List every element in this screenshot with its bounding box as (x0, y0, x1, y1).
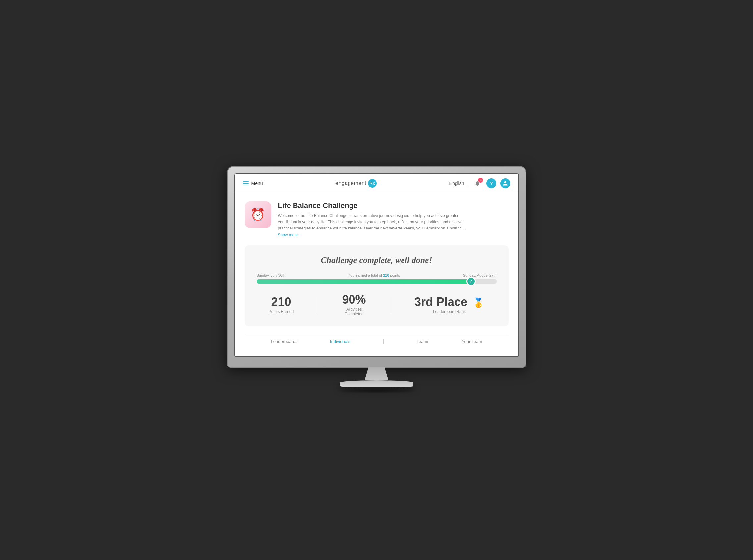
stat-divider-1 (318, 297, 318, 313)
header-center: engagement Rx (335, 179, 377, 188)
challenge-icon-emoji: ⏰ (251, 208, 265, 222)
monitor-base (340, 380, 413, 387)
monitor-neck (363, 367, 390, 380)
menu-icon[interactable] (243, 181, 249, 185)
challenge-header: ⏰ Life Balance Challenge Welcome to the … (245, 201, 509, 238)
rank-value: 3rd Place 🥇 (414, 296, 484, 308)
menu-label[interactable]: Menu (252, 181, 263, 186)
monitor-bezel: Menu engagement Rx English 3 (227, 166, 526, 367)
monitor-screen: Menu engagement Rx English 3 (234, 173, 519, 357)
stat-activities: 90% ActivitiesCompleted (342, 294, 366, 316)
notification-badge: 3 (478, 178, 483, 183)
help-button[interactable]: ? (486, 179, 496, 188)
leaderboards-label: Leaderboards (271, 339, 297, 344)
header-divider (468, 180, 469, 187)
progress-center-label: You earned a total of 210 points (349, 273, 400, 277)
stat-points: 210 Points Earned (269, 296, 294, 314)
progress-bar-fill: ✓ (257, 279, 473, 284)
progress-checkmark: ✓ (467, 277, 476, 286)
activities-label: ActivitiesCompleted (342, 307, 366, 316)
points-label: Points Earned (269, 309, 294, 314)
stat-rank: 3rd Place 🥇 Leaderboard Rank (414, 296, 484, 314)
rank-label: Leaderboard Rank (414, 309, 484, 314)
header-left: Menu (243, 181, 263, 186)
challenge-title: Life Balance Challenge (278, 201, 509, 210)
leaderboard-bar: Leaderboards Individuals | Teams Your Te… (245, 334, 509, 348)
start-date: Sunday, July 30th (257, 273, 285, 277)
progress-labels: Sunday, July 30th You earned a total of … (257, 273, 497, 277)
header-right: English 3 ? (449, 179, 511, 188)
end-date: Sunday, August 27th (463, 273, 497, 277)
show-more-link[interactable]: Show more (278, 233, 509, 237)
challenge-icon: ⏰ (245, 201, 271, 228)
notification-button[interactable]: 3 (472, 179, 482, 188)
monitor-base-shadow (334, 389, 420, 394)
question-icon: ? (490, 181, 493, 186)
app-content: ⏰ Life Balance Challenge Welcome to the … (235, 194, 518, 357)
activities-value: 90% (342, 294, 366, 306)
progress-bar-container: ✓ (257, 279, 497, 284)
points-value: 210 (269, 296, 294, 308)
app-header: Menu engagement Rx English 3 (235, 174, 518, 194)
teams-tab[interactable]: Teams (417, 339, 429, 344)
logo: engagement Rx (335, 179, 377, 188)
person-icon (502, 181, 508, 186)
logo-rx: Rx (368, 179, 377, 188)
your-team-label[interactable]: Your Team (462, 339, 482, 344)
stats-row: 210 Points Earned 90% ActivitiesComplete… (257, 294, 497, 316)
language-selector[interactable]: English (449, 181, 464, 186)
lb-divider: | (383, 338, 384, 344)
medal-icon: 🥇 (473, 298, 484, 308)
user-button[interactable] (500, 179, 510, 188)
progress-area: Sunday, July 30th You earned a total of … (257, 273, 497, 284)
completion-section: Challenge complete, well done! Sunday, J… (245, 245, 509, 326)
challenge-info: Life Balance Challenge Welcome to the Li… (278, 201, 509, 238)
challenge-description: Welcome to the Life Balance Challenge, a… (278, 213, 477, 232)
stat-divider-2 (390, 297, 390, 313)
completion-title: Challenge complete, well done! (257, 255, 497, 265)
individuals-tab[interactable]: Individuals (330, 339, 350, 344)
logo-text: engagement (335, 180, 366, 186)
